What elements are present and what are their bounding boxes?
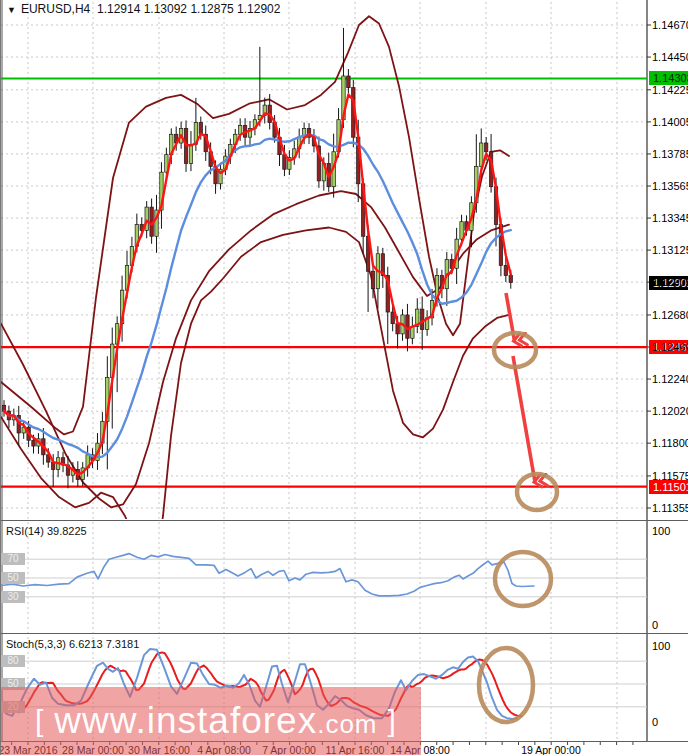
highlight-circle <box>479 648 533 722</box>
projection-arrow <box>513 356 535 482</box>
annotations-layer <box>1 0 688 755</box>
highlight-circle <box>495 552 551 606</box>
chart-window: ▼EURUSD,H4 1.12914 1.13092 1.12875 1.129… <box>0 0 688 755</box>
projection-arrows <box>506 293 535 482</box>
highlight-circle <box>517 474 557 510</box>
